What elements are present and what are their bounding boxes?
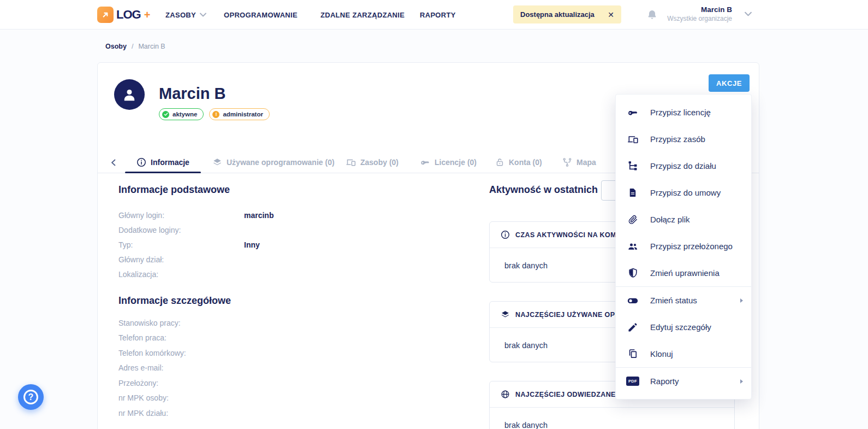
field-label: Główny login: (118, 211, 164, 220)
update-banner[interactable]: Dostępna aktualizacja ✕ (513, 5, 621, 23)
question-mark-icon: ? (23, 390, 38, 404)
tab-label: Mapa (576, 158, 596, 167)
menu-item-przypisz-licencje[interactable]: Przypisz licencję (616, 99, 751, 126)
menu-item-zmien-status[interactable]: Zmień status (616, 287, 751, 314)
menu-item-label: Klonuj (650, 349, 673, 359)
field-row: Typ: Inny (118, 240, 468, 251)
bell-icon[interactable] (647, 9, 657, 23)
breadcrumb-separator: / (132, 43, 133, 50)
field-label: nr MPK osoby: (118, 393, 169, 402)
logo-arrow-icon (97, 7, 114, 23)
menu-item-klonuj[interactable]: Klonuj (616, 340, 751, 367)
nav-item-raporty[interactable]: RAPORTY (420, 0, 456, 30)
tab-label: Informacje (151, 158, 189, 167)
layers-icon (212, 157, 222, 167)
paperclip-icon (625, 214, 640, 225)
breadcrumb: Osoby / Marcin B (105, 43, 165, 50)
page-title: Marcin B (159, 85, 225, 103)
logo-plus: + (144, 9, 151, 21)
field-label: nr MPK działu: (118, 409, 168, 418)
avatar (114, 79, 145, 110)
menu-item-label: Przypisz do działu (650, 161, 716, 171)
nav-item-zdalne-zarzadzanie[interactable]: ZDALNE ZARZĄDZANIE (320, 0, 405, 30)
field-row: nr MPK działu: (118, 409, 468, 420)
tab-label: Zasoby (0) (360, 158, 399, 167)
menu-item-przypisz-przelozonego[interactable]: Przypisz przełożonego (616, 233, 751, 260)
breadcrumb-osoby[interactable]: Osoby (105, 43, 127, 50)
user-name: Marcin B (701, 5, 732, 15)
field-label: Lokalizacja: (118, 270, 158, 279)
screen: LOG+ ZASOBY OPROGRAMOWANIE ZDALNE ZARZĄD… (0, 0, 868, 429)
pencil-icon (625, 322, 640, 333)
activity-card-title: NAJCZĘŚCIEJ ODWIEDZANE ST (515, 391, 627, 398)
pdf-icon: PDF (625, 377, 640, 386)
field-label: Telefon komórkowy: (118, 349, 186, 357)
tab-uzywane-oprogramowanie[interactable]: Używane oprogramowanie (0) (212, 151, 335, 173)
menu-item-przypisz-do-dzialu[interactable]: Przypisz do działu (616, 152, 751, 179)
field-row: Telefon praca: (118, 333, 468, 344)
clone-icon (625, 348, 640, 360)
logo-text: LOG (116, 8, 141, 22)
tab-konta[interactable]: Konta (0) (495, 151, 542, 173)
document-icon (625, 187, 640, 198)
info-icon (501, 230, 510, 239)
menu-item-raporty[interactable]: PDF Raporty (616, 368, 751, 395)
lock-icon (495, 157, 504, 167)
nav-item-label: RAPORTY (420, 11, 456, 19)
user-organization: Wszystkie organizacje (667, 15, 732, 23)
field-row: nr MPK osoby: (118, 393, 468, 404)
menu-item-label: Zmień uprawnienia (650, 268, 720, 278)
field-label: Telefon praca: (118, 333, 167, 342)
nav-item-zasoby[interactable]: ZASOBY (165, 0, 206, 30)
actions-button[interactable]: AKCJE (709, 74, 750, 92)
close-icon[interactable]: ✕ (608, 11, 614, 19)
exclamation-icon: ! (212, 111, 219, 118)
app-logo[interactable]: LOG+ (97, 7, 150, 23)
menu-item-zmien-uprawnienia[interactable]: Zmień uprawnienia (616, 260, 751, 286)
activity-card-title: CZAS AKTYWNOŚCI NA KOMPU (515, 231, 626, 239)
field-label: Dodatkowe loginy: (118, 226, 181, 234)
check-icon (162, 111, 169, 118)
shield-icon (625, 267, 640, 279)
field-row: Stanowisko pracy: (118, 319, 468, 330)
chevron-down-icon[interactable] (745, 11, 752, 16)
field-row: Adres e-mail: (118, 363, 468, 374)
submenu-caret-icon (740, 298, 744, 303)
menu-item-label: Zmień status (650, 296, 697, 305)
section-title-details: Informacje szczegółowe (118, 295, 231, 307)
menu-item-dolacz-plik[interactable]: Dołącz plik (616, 206, 751, 233)
field-label: Główny dział: (118, 255, 164, 264)
field-row: Dodatkowe loginy: (118, 226, 468, 237)
tabs-scroll-left-button[interactable] (111, 156, 122, 169)
user-menu[interactable]: Marcin B Wszystkie organizacje (667, 5, 732, 23)
menu-item-label: Przypisz do umowy (650, 188, 721, 197)
top-bar: LOG+ ZASOBY OPROGRAMOWANIE ZDALNE ZARZĄD… (0, 0, 868, 30)
status-badges: aktywne ! administrator (159, 108, 270, 120)
nav-item-label: ZDALNE ZARZĄDZANIE (320, 11, 405, 19)
map-branch-icon (562, 157, 572, 167)
layers-icon (501, 310, 510, 319)
tab-licencje[interactable]: Licencje (0) (420, 151, 477, 173)
tab-label: Licencje (0) (435, 158, 477, 167)
nav-item-label: OPROGRAMOWANIE (224, 11, 298, 19)
tab-mapa[interactable]: Mapa (562, 151, 596, 173)
field-row: Telefon komórkowy: (118, 349, 468, 360)
tab-zasoby[interactable]: Zasoby (0) (346, 151, 399, 173)
update-banner-label: Dostępna aktualizacja (520, 10, 594, 19)
section-title-basic: Informacje podstawowe (118, 184, 230, 196)
menu-item-przypisz-zasob[interactable]: Przypisz zasób (616, 126, 751, 152)
devices-icon (346, 157, 356, 167)
tab-informacje[interactable]: Informacje (125, 151, 201, 173)
menu-item-label: Przypisz przełożonego (650, 242, 733, 251)
toggle-icon (625, 295, 640, 306)
menu-item-edytuj-szczegoly[interactable]: Edytuj szczegóły (616, 314, 751, 340)
submenu-caret-icon (740, 379, 744, 384)
help-button[interactable]: ? (18, 384, 44, 410)
menu-item-przypisz-do-umowy[interactable]: Przypisz do umowy (616, 179, 751, 206)
role-badge-administrator: ! administrator (209, 108, 270, 120)
nav-item-oprogramowanie[interactable]: OPROGRAMOWANIE (224, 0, 298, 30)
activity-card-title: NAJCZĘŚCIEJ UŻYWANE OPROG (515, 311, 631, 319)
chevron-down-icon (200, 13, 206, 17)
field-row: Główny dział: (118, 255, 468, 266)
field-label: Typ: (118, 240, 133, 249)
